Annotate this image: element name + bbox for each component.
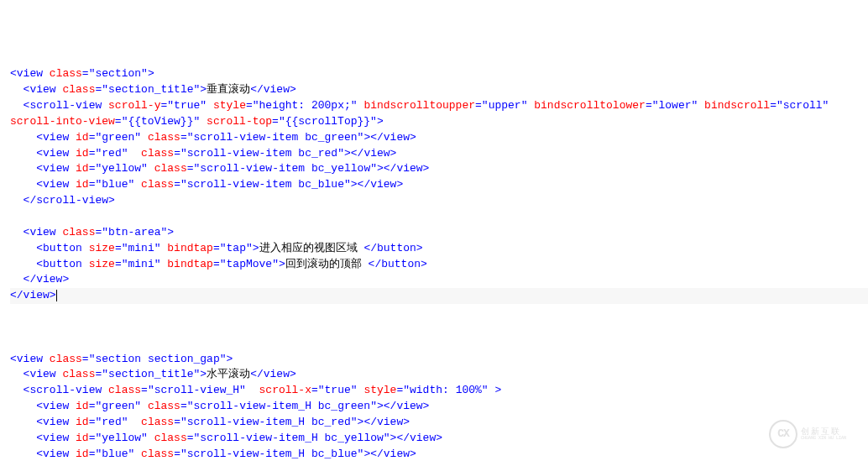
text-cursor [56, 290, 57, 301]
code-line-s2-5: <view id="red" class="scroll-view-item_H… [36, 416, 410, 428]
code-line-s2-1: <view class="section section_gap"> [10, 353, 233, 365]
code-line-s2-6: <view id="yellow" class="scroll-view-ite… [36, 432, 442, 444]
code-line-s2-3: <scroll-view class="scroll-view_H" scrol… [24, 384, 502, 396]
code-line-4: scroll-into-view="{{toView}}" scroll-top… [10, 115, 384, 128]
code-editor-view: <view class="section"> <view class="sect… [10, 66, 868, 461]
code-line-1: <view class="section"> [10, 67, 154, 80]
code-line-cursor[interactable]: </view> [10, 288, 868, 304]
code-line-3: <scroll-view scroll-y="true" style="heig… [24, 99, 829, 112]
code-line-9: </scroll-view> [24, 194, 115, 207]
code-line-6: <view id="red" class="scroll-view-item b… [36, 147, 396, 160]
code-line-7: <view id="yellow" class="scroll-view-ite… [36, 162, 429, 175]
code-line-10: <view class="btn-area"> [24, 226, 175, 238]
code-line-11: <button size="mini" bindtap="tap">进入相应的视… [36, 242, 422, 254]
code-line-s2-7: <view id="blue" class="scroll-view-item_… [36, 448, 416, 460]
code-line-s2-4: <view id="green" class="scroll-view-item… [36, 400, 429, 412]
code-line-5: <view id="green" class="scroll-view-item… [36, 131, 416, 144]
code-line-12: <button size="mini" bindtap="tapMove">回到… [36, 258, 427, 270]
code-line-s2-2: <view class="section_title">水平滚动</view> [24, 368, 296, 380]
code-line-2: <view class="section_title">垂直滚动</view> [24, 83, 296, 96]
code-line-13: </view> [24, 273, 70, 286]
code-line-8: <view id="blue" class="scroll-view-item … [36, 178, 403, 191]
